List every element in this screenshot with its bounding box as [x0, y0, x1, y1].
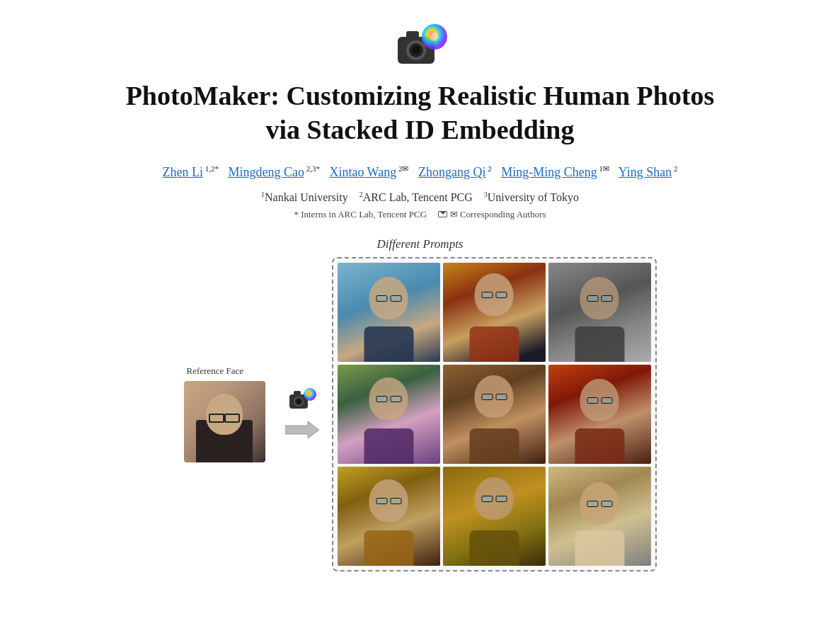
svg-point-10 [297, 399, 300, 403]
grid-cell-1 [338, 263, 440, 362]
notes-line: * Interns in ARC Lab, Tencent PCG ✉ Corr… [59, 209, 781, 220]
svg-point-6 [430, 33, 439, 41]
glasses-icon-6 [587, 397, 612, 403]
reference-face-image [184, 381, 265, 462]
intern-note: * Interns in ARC Lab, Tencent PCG [294, 209, 427, 220]
author-mingming-cheng[interactable]: Ming-Ming Cheng [501, 165, 597, 179]
photomaker-logo-icon [392, 21, 449, 71]
svg-point-3 [412, 46, 420, 55]
glasses-icon-5 [481, 394, 507, 399]
grid-cell-7 [338, 467, 440, 566]
grid-cell-9 [548, 467, 651, 566]
svg-rect-4 [406, 31, 419, 38]
glasses-icon-7 [376, 498, 401, 503]
glasses-icon-2 [481, 292, 507, 297]
grid-cell-6 [548, 365, 651, 464]
svg-marker-13 [285, 421, 319, 438]
author-mingdeng-cao[interactable]: Mingdeng Cao [228, 165, 304, 179]
reference-face-label: Reference Face [187, 365, 243, 377]
grid-cell-5 [443, 365, 546, 464]
glasses-icon-1 [376, 295, 401, 301]
figure-layout: Reference Face [59, 257, 781, 571]
glasses-icon-8 [481, 496, 507, 501]
face-glasses-icon [207, 414, 241, 421]
image-grid-wrapper [332, 257, 657, 571]
glasses-icon-3 [587, 295, 612, 301]
grid-cell-8 [443, 467, 546, 566]
figure-area: Different Prompts Reference Face [59, 237, 781, 571]
author-ying-shan[interactable]: Ying Shan [619, 165, 672, 179]
glasses-icon-4 [376, 396, 401, 402]
small-photomaker-logo-icon [288, 387, 316, 413]
corresponding-note: ✉ Corresponding Authors [450, 209, 546, 220]
author-xintao-wang[interactable]: Xintao Wang [329, 165, 396, 179]
image-grid [338, 263, 651, 566]
logo-container [59, 21, 781, 71]
glasses-icon-9 [587, 501, 612, 506]
authors-line: Zhen Li 1,2* Mingdeng Cao 2,3* Xintao Wa… [59, 161, 781, 183]
paper-title: PhotoMaker: Customizing Realistic Human … [59, 79, 781, 147]
svg-rect-11 [294, 391, 301, 395]
author-zhen-li[interactable]: Zhen Li [162, 165, 202, 179]
grid-cell-4 [338, 365, 440, 464]
affiliations: 1Nankai University 2ARC Lab, Tencent PCG… [59, 190, 781, 204]
svg-point-12 [304, 388, 316, 401]
reference-section: Reference Face [184, 365, 265, 462]
arrow-right-icon [285, 419, 319, 441]
arrow-logo-section [285, 387, 319, 441]
author-zhongang-qi[interactable]: Zhongang Qi [418, 165, 485, 179]
grid-cell-2 [443, 263, 546, 362]
different-prompts-label: Different Prompts [377, 237, 464, 251]
grid-cell-3 [548, 263, 651, 362]
